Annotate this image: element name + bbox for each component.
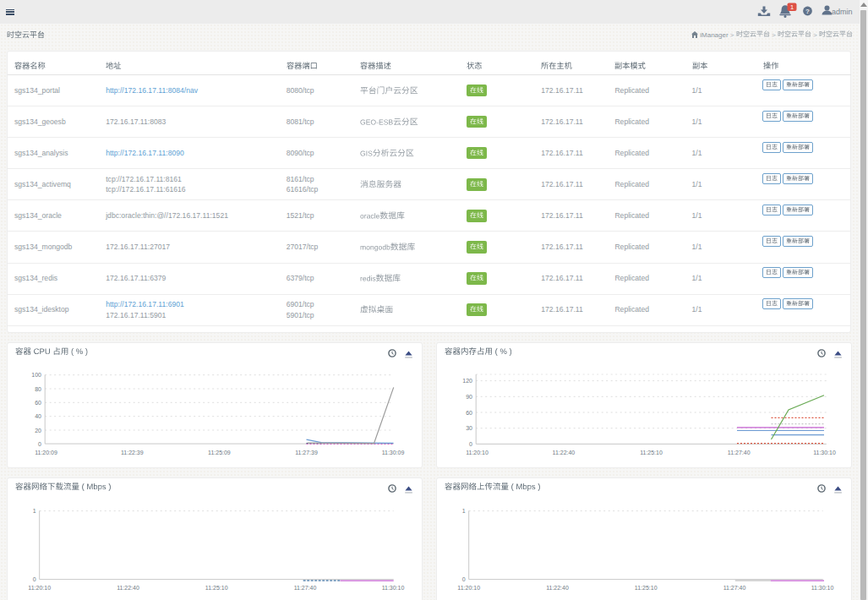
svg-text:40: 40 [35,413,41,419]
svg-text:11:25:10: 11:25:10 [640,450,663,455]
svg-text:1: 1 [462,508,466,514]
svg-text:60: 60 [35,400,41,406]
svg-text:120: 120 [462,378,472,384]
svg-text:admin: admin [832,8,853,16]
svg-text:11:22:39: 11:22:39 [121,450,144,455]
svg-text:?: ? [805,8,810,15]
svg-text:11:22:40: 11:22:40 [553,450,576,455]
svg-text:11:30:09: 11:30:09 [382,450,405,455]
svg-text:11:20:10: 11:20:10 [466,450,489,455]
svg-text:11:30:10: 11:30:10 [811,585,834,591]
svg-text:11:27:40: 11:27:40 [723,585,746,591]
svg-text:100: 100 [31,372,41,378]
svg-text:11:22:40: 11:22:40 [117,585,139,591]
svg-text:11:25:10: 11:25:10 [635,585,658,591]
svg-text:11:25:10: 11:25:10 [205,585,228,591]
svg-text:11:30:10: 11:30:10 [813,450,836,455]
svg-text:11:20:10: 11:20:10 [28,585,51,591]
svg-text:1: 1 [33,508,36,514]
svg-text:11:20:09: 11:20:09 [35,450,57,455]
svg-text:11:22:40: 11:22:40 [546,585,569,591]
svg-text:11:27:40: 11:27:40 [728,450,751,455]
svg-text:30: 30 [466,425,472,431]
svg-text:90: 90 [466,394,472,400]
svg-text:11:27:39: 11:27:39 [295,450,318,455]
svg-text:11:20:10: 11:20:10 [457,585,480,591]
svg-text:11:30:10: 11:30:10 [382,585,405,591]
svg-text:1: 1 [790,3,794,11]
svg-text:20: 20 [35,428,41,434]
svg-text:0: 0 [469,441,472,447]
svg-text:0: 0 [33,576,36,582]
svg-text:11:27:40: 11:27:40 [294,585,317,591]
svg-text:80: 80 [35,386,41,392]
svg-text:60: 60 [466,410,472,416]
svg-text:0: 0 [38,441,41,447]
svg-text:0: 0 [462,576,466,582]
svg-text:11:25:09: 11:25:09 [208,450,231,455]
